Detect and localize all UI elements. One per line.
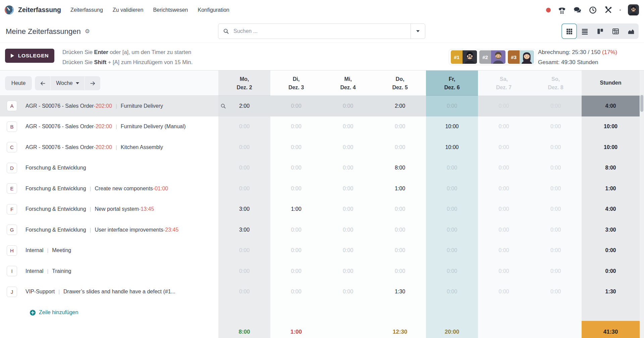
cell-g-4[interactable]: 0:00 xyxy=(426,220,478,240)
view-switch-list[interactable] xyxy=(577,23,592,39)
cell-j-4[interactable]: 0:00 xyxy=(426,282,478,302)
cell-g-1[interactable]: 0:00 xyxy=(270,220,322,240)
leaderboard-entry-2[interactable]: #2 xyxy=(479,50,505,64)
cell-f-2[interactable]: 0:00 xyxy=(322,199,374,220)
cell-j-2[interactable]: 0:00 xyxy=(322,282,374,302)
cell-g-3[interactable]: 0:00 xyxy=(374,220,426,240)
cell-c-3[interactable]: 0:00 xyxy=(374,137,426,158)
cell-d-5[interactable]: 0:00 xyxy=(478,158,530,179)
gear-icon[interactable]: ⚙ xyxy=(85,28,90,35)
cell-j-3[interactable]: 1:30 xyxy=(374,282,426,302)
cell-b-6[interactable]: 0:00 xyxy=(530,116,582,137)
cell-h-1[interactable]: 0:00 xyxy=(270,240,322,261)
cell-j-1[interactable]: 0:00 xyxy=(270,282,322,302)
app-logo-icon[interactable] xyxy=(4,5,14,15)
cell-h-5[interactable]: 0:00 xyxy=(478,240,530,261)
activities-clock-icon[interactable] xyxy=(589,6,597,14)
cell-h-3[interactable]: 0:00 xyxy=(374,240,426,261)
cell-a-6[interactable]: 0:00 xyxy=(530,96,582,116)
vertical-scrollbar[interactable] xyxy=(640,70,644,338)
cell-d-3[interactable]: 8:00 xyxy=(374,158,426,179)
row-label[interactable]: CAGR - S00076 - Sales Order-202:00|Kitch… xyxy=(0,137,218,158)
cell-a-1[interactable]: 0:00 xyxy=(270,96,322,116)
row-label[interactable]: JVIP-Support|Drawer’s slides and handle … xyxy=(0,282,218,302)
cell-g-6[interactable]: 0:00 xyxy=(530,220,582,240)
nav-item-zeiterfassung[interactable]: Zeiterfassung xyxy=(70,7,103,13)
cell-d-2[interactable]: 0:00 xyxy=(322,158,374,179)
cell-c-6[interactable]: 0:00 xyxy=(530,137,582,158)
cell-g-0[interactable]: 3:00 xyxy=(218,220,270,240)
cell-e-2[interactable]: 0:00 xyxy=(322,178,374,199)
cell-b-0[interactable]: 0:00 xyxy=(218,116,270,137)
row-label[interactable]: GForschung & Entwicklung|User interface … xyxy=(0,220,218,240)
cell-g-2[interactable]: 0:00 xyxy=(322,220,374,240)
cell-j-0[interactable]: 0:00 xyxy=(218,282,270,302)
row-label[interactable]: EForschung & Entwicklung|Create new comp… xyxy=(0,178,218,199)
row-label[interactable]: DForschung & Entwicklung xyxy=(0,158,218,179)
cell-e-4[interactable]: 0:00 xyxy=(426,178,478,199)
cell-j-6[interactable]: 0:00 xyxy=(530,282,582,302)
previous-week-button[interactable] xyxy=(35,76,50,90)
cell-c-1[interactable]: 0:00 xyxy=(270,137,322,158)
messages-icon[interactable] xyxy=(573,6,582,14)
add-line-button[interactable]: Zeile hinzufügen xyxy=(0,302,78,323)
row-label[interactable]: IInternal|Training xyxy=(0,261,218,282)
cell-i-3[interactable]: 0:00 xyxy=(374,261,426,282)
cell-d-1[interactable]: 0:00 xyxy=(270,158,322,179)
cell-d-6[interactable]: 0:00 xyxy=(530,158,582,179)
cell-f-1[interactable]: 1:00 xyxy=(270,199,322,220)
range-dropdown-button[interactable]: Woche xyxy=(51,76,85,90)
search-input[interactable] xyxy=(233,28,411,35)
cell-h-4[interactable]: 0:00 xyxy=(426,240,478,261)
cell-a-5[interactable]: 0:00 xyxy=(478,96,530,116)
cell-i-2[interactable]: 0:00 xyxy=(322,261,374,282)
cell-f-6[interactable]: 0:00 xyxy=(530,199,582,220)
nav-item-konfiguration[interactable]: Konfiguration xyxy=(198,7,229,13)
row-label[interactable]: BAGR - S00076 - Sales Order-202:00|Furni… xyxy=(0,116,218,137)
view-switch-grid[interactable] xyxy=(561,23,577,39)
start-timer-button[interactable]: LOSLEGEN xyxy=(5,49,54,63)
cell-c-2[interactable]: 0:00 xyxy=(322,137,374,158)
cell-i-4[interactable]: 0:00 xyxy=(426,261,478,282)
next-week-button[interactable] xyxy=(85,76,100,90)
magnifier-icon[interactable] xyxy=(220,103,226,109)
row-label[interactable]: FForschung & Entwicklung|New portal syst… xyxy=(0,199,218,220)
cell-f-4[interactable]: 0:00 xyxy=(426,199,478,220)
view-switch-graph[interactable] xyxy=(623,23,639,39)
cell-i-5[interactable]: 0:00 xyxy=(478,261,530,282)
row-label[interactable]: AAGR - S00076 - Sales Order-202:00|Furni… xyxy=(0,96,218,116)
cell-a-2[interactable]: 0:00 xyxy=(322,96,374,116)
view-switch-kanban[interactable] xyxy=(592,23,608,39)
cell-h-0[interactable]: 0:00 xyxy=(218,240,270,261)
cell-a-4[interactable]: 0:00 xyxy=(426,96,478,116)
today-button[interactable]: Heute xyxy=(5,76,32,90)
cell-a-3[interactable]: 2:00 xyxy=(374,96,426,116)
scrollbar-thumb[interactable] xyxy=(640,95,643,112)
cell-b-1[interactable]: 0:00 xyxy=(270,116,322,137)
cell-b-3[interactable]: 0:00 xyxy=(374,116,426,137)
cell-c-4[interactable]: 10:00 xyxy=(426,137,478,158)
row-label[interactable]: HInternal|Meeting xyxy=(0,240,218,261)
cell-f-3[interactable]: 0:00 xyxy=(374,199,426,220)
view-switch-pivot[interactable] xyxy=(608,23,623,39)
leaderboard-entry-3[interactable]: #3 xyxy=(508,50,534,64)
cell-c-0[interactable]: 0:00 xyxy=(218,137,270,158)
cell-e-5[interactable]: 0:00 xyxy=(478,178,530,199)
cell-h-6[interactable]: 0:00 xyxy=(530,240,582,261)
cell-f-5[interactable]: 0:00 xyxy=(478,199,530,220)
phone-icon[interactable] xyxy=(558,6,566,14)
cell-e-3[interactable]: 1:00 xyxy=(374,178,426,199)
cell-d-4[interactable]: 0:00 xyxy=(426,158,478,179)
cell-e-6[interactable]: 0:00 xyxy=(530,178,582,199)
cell-d-0[interactable]: 0:00 xyxy=(218,158,270,179)
cell-b-4[interactable]: 10:00 xyxy=(426,116,478,137)
leaderboard-entry-1[interactable]: #1 xyxy=(451,50,477,64)
cell-e-1[interactable]: 0:00 xyxy=(270,178,322,199)
cell-a-0[interactable]: 2:00 xyxy=(218,96,270,116)
tools-icon[interactable] xyxy=(604,6,612,14)
cell-b-2[interactable]: 0:00 xyxy=(322,116,374,137)
cell-i-6[interactable]: 0:00 xyxy=(530,261,582,282)
nav-item-berichtswesen[interactable]: Berichtswesen xyxy=(153,7,188,13)
cell-e-0[interactable]: 0:00 xyxy=(218,178,270,199)
cell-f-0[interactable]: 3:00 xyxy=(218,199,270,220)
